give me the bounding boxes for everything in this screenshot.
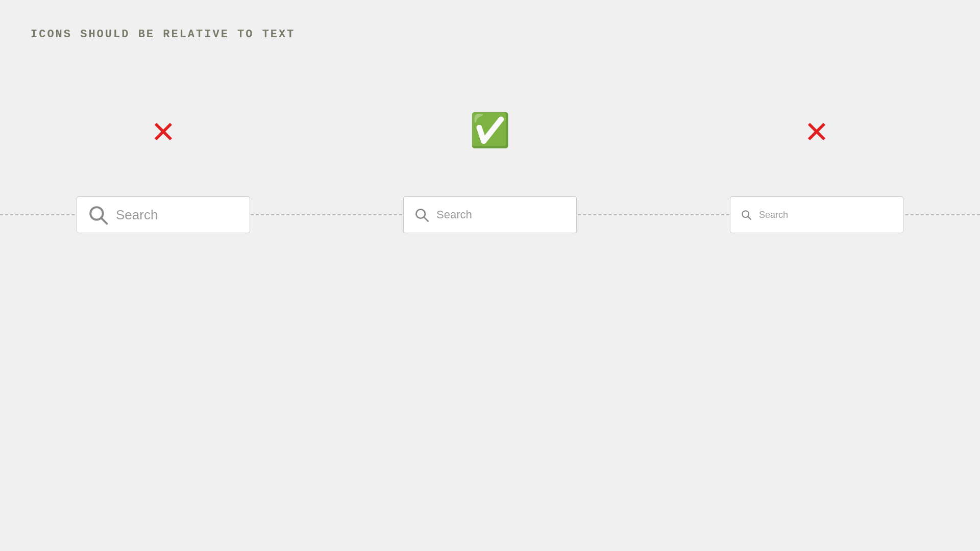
- search-bar-center[interactable]: Search: [403, 196, 577, 233]
- search-placeholder-right: Search: [759, 210, 788, 220]
- svg-line-1: [101, 218, 107, 223]
- search-bars-row: Search Search Search: [0, 196, 980, 233]
- x-icon-right: ✕: [805, 114, 827, 151]
- search-icon-medium: [414, 207, 429, 222]
- x-icon-left: ✕: [152, 114, 174, 151]
- svg-line-5: [748, 216, 751, 219]
- search-placeholder-left: Search: [116, 207, 158, 223]
- search-bar-right[interactable]: Search: [730, 196, 903, 233]
- wrong-indicator-right: ✕: [796, 112, 837, 153]
- check-icon-center: ✅: [470, 116, 510, 149]
- search-placeholder-center: Search: [436, 208, 472, 221]
- indicators-row: ✕ ✅ ✕: [0, 112, 980, 153]
- svg-line-3: [424, 217, 428, 221]
- search-icon-small: [741, 209, 752, 220]
- search-bar-left[interactable]: Search: [77, 196, 250, 233]
- search-icon-large: [87, 204, 109, 226]
- correct-indicator-center: ✅: [470, 112, 510, 153]
- page-title: ICONS SHOULD BE RELATIVE TO TEXT: [31, 28, 295, 41]
- wrong-indicator-left: ✕: [143, 112, 184, 153]
